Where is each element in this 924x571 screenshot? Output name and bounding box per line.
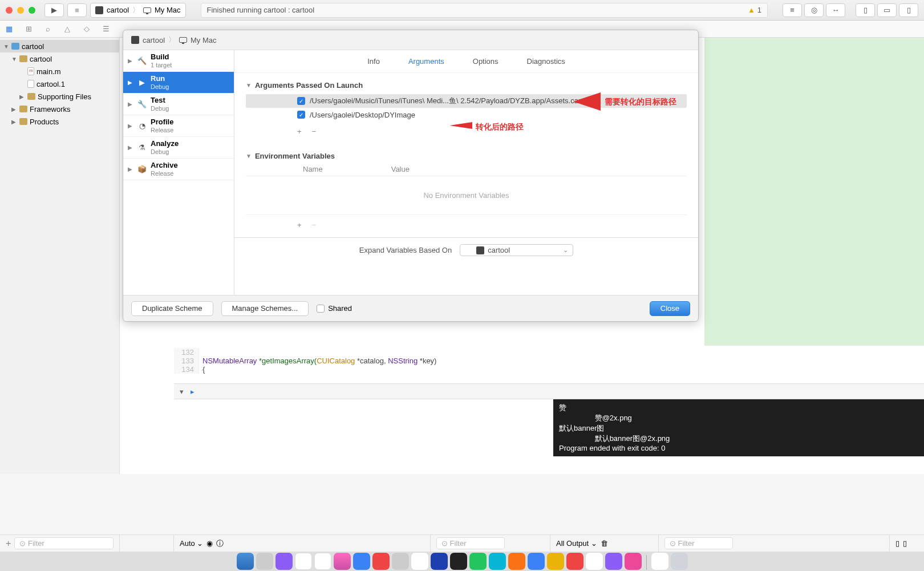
dock-chrome-icon[interactable] <box>295 553 312 570</box>
duplicate-scheme-button[interactable]: Duplicate Scheme <box>131 301 213 316</box>
panel-right-button[interactable]: ▯ <box>899 3 918 17</box>
dock-app-icon[interactable] <box>566 553 583 570</box>
argument-row-2[interactable]: ✓ /Users/gaolei/Desktop/DYImage <box>246 108 687 122</box>
scheme-action-archive[interactable]: ▶ 📦 ArchiveRelease <box>123 159 234 180</box>
add-button[interactable]: + <box>6 538 11 549</box>
argument-text[interactable]: /Users/gaolei/Desktop/DYImage <box>310 111 415 119</box>
disclosure-icon[interactable]: ▶ <box>128 144 132 151</box>
dock-app-icon[interactable] <box>528 553 545 570</box>
tab-diagnostics[interactable]: Diagnostics <box>527 57 565 66</box>
dock-app-icon[interactable] <box>275 553 293 570</box>
disclosure-icon[interactable]: ▼ <box>246 82 252 88</box>
scheme-action-build[interactable]: ▶ 🔨 Build1 target <box>123 50 234 72</box>
panel-bottom-button[interactable]: ▭ <box>877 3 897 17</box>
nav-group-cartool[interactable]: ▼ cartool <box>0 52 119 65</box>
run-button[interactable]: ▶ <box>44 3 64 17</box>
dock-terminal-icon[interactable] <box>450 553 467 570</box>
disclosure-icon[interactable]: ▼ <box>3 43 9 50</box>
nav-group-products[interactable]: ▶ Products <box>0 115 119 128</box>
dock-app-icon[interactable] <box>605 553 622 570</box>
close-window-button[interactable] <box>6 7 13 14</box>
dock-app-icon[interactable] <box>651 553 668 570</box>
disclosure-icon[interactable]: ▶ <box>128 123 132 129</box>
dock-app-icon[interactable] <box>256 553 273 570</box>
disclosure-icon[interactable]: ▶ <box>11 106 17 112</box>
dock-wechat-icon[interactable] <box>469 553 487 570</box>
scheme-action-analyze[interactable]: ▶ ⚗ AnalyzeDebug <box>123 137 234 159</box>
dock-app-icon[interactable] <box>586 553 603 570</box>
debug-navigator-icon[interactable]: ☰ <box>102 25 111 34</box>
test-navigator-icon[interactable]: ◇ <box>82 25 91 34</box>
remove-button[interactable]: − <box>312 127 317 136</box>
expand-target-popup[interactable]: cartool <box>460 244 573 256</box>
scheme-action-test[interactable]: ▶ 🔧 TestDebug <box>123 94 234 115</box>
stop-button[interactable]: ■ <box>67 3 87 17</box>
navigator-filter-input[interactable]: ⊙ Filter <box>14 537 114 549</box>
arguments-header[interactable]: ▼ Arguments Passed On Launch <box>246 81 687 90</box>
nav-group-supporting[interactable]: ▶ Supporting Files <box>0 90 119 103</box>
dock-app-icon[interactable] <box>489 553 506 570</box>
dock-app-icon[interactable] <box>508 553 525 570</box>
scheme-action-run[interactable]: ▶ ▶ RunDebug <box>123 72 234 94</box>
editor-assistant-button[interactable]: ◎ <box>804 3 824 17</box>
dock-app-icon[interactable] <box>392 553 409 570</box>
add-button[interactable]: + <box>297 127 302 136</box>
dock-finder-icon[interactable] <box>237 553 254 570</box>
scheme-selector[interactable]: cartool 〉 My Mac <box>90 3 186 18</box>
disclosure-icon[interactable]: ▶ <box>19 94 25 100</box>
dock-app-icon[interactable] <box>625 553 642 570</box>
disclosure-icon[interactable]: ▶ <box>128 79 132 86</box>
zoom-window-button[interactable] <box>29 7 35 14</box>
all-output-popup[interactable]: All Output ⌄ <box>556 539 597 548</box>
env-header[interactable]: ▼ Environment Variables <box>246 152 687 160</box>
sheet-breadcrumb[interactable]: cartool 〉 My Mac <box>131 35 217 45</box>
dock-trash-icon[interactable] <box>671 553 688 570</box>
trash-icon[interactable]: 🗑 <box>601 539 608 548</box>
manage-schemes-button[interactable]: Manage Schemes... <box>221 301 309 316</box>
panel-left-icon[interactable]: ▯ <box>895 539 899 548</box>
warning-indicator[interactable]: ▲ 1 <box>748 6 761 14</box>
argument-text[interactable]: /Users/gaolei/Music/iTunes/iTunes\ Medi.… <box>310 96 581 106</box>
variables-view[interactable] <box>174 399 553 456</box>
editor-standard-button[interactable]: ≡ <box>783 3 802 17</box>
nav-file-cartool1[interactable]: cartool.1 <box>0 78 119 90</box>
console-filter-input[interactable]: ⊙ Filter <box>664 537 733 549</box>
breakpoint-flag-icon[interactable]: ▸ <box>191 387 194 396</box>
console-output[interactable]: 赞 赞@2x.png 默认banner图 默认banner图@2x.png Pr… <box>553 399 924 456</box>
disclosure-icon[interactable]: ▶ <box>11 119 17 125</box>
nav-project-root[interactable]: ▼ cartool <box>0 40 119 52</box>
editor-version-button[interactable]: ↔ <box>826 3 845 17</box>
dock-xcode-icon[interactable] <box>431 553 448 570</box>
minimize-window-button[interactable] <box>17 7 24 14</box>
tab-info[interactable]: Info <box>367 57 380 66</box>
checkbox-icon[interactable] <box>317 305 325 313</box>
info-icon[interactable]: ⓘ <box>216 538 224 549</box>
dock-itunes-icon[interactable] <box>334 553 351 570</box>
issue-navigator-icon[interactable]: △ <box>63 25 72 34</box>
disclosure-icon[interactable]: ▶ <box>128 166 132 172</box>
dock-qq-icon[interactable] <box>411 553 428 570</box>
project-navigator-icon[interactable]: ▦ <box>5 25 14 34</box>
panel-left-button[interactable]: ▯ <box>856 3 875 17</box>
checkbox-checked-icon[interactable]: ✓ <box>297 97 305 105</box>
disclosure-icon[interactable]: ▶ <box>128 101 132 107</box>
quicklook-icon[interactable]: ◉ <box>206 539 213 548</box>
debug-view-toggle[interactable]: ▾ <box>180 387 184 396</box>
disclosure-icon[interactable]: ▼ <box>11 56 17 62</box>
shared-checkbox[interactable]: Shared <box>317 304 352 313</box>
code-editor-strip[interactable]: 132 133 NSMutableArray *getImagesArray(C… <box>174 348 924 382</box>
variables-filter-input[interactable]: ⊙ Filter <box>436 537 505 549</box>
tab-arguments[interactable]: Arguments <box>408 57 444 66</box>
add-button[interactable]: + <box>297 221 302 229</box>
nav-file-main[interactable]: main.m <box>0 65 119 78</box>
checkbox-checked-icon[interactable]: ✓ <box>297 111 305 119</box>
dock-appstore-icon[interactable] <box>353 553 370 570</box>
dock-app-icon[interactable] <box>372 553 390 570</box>
auto-popup[interactable]: Auto ⌄ <box>180 539 203 548</box>
dock-app-icon[interactable] <box>547 553 564 570</box>
tab-options[interactable]: Options <box>473 57 499 66</box>
disclosure-icon[interactable]: ▶ <box>128 58 132 64</box>
panel-right-icon[interactable]: ▯ <box>903 539 907 548</box>
symbol-navigator-icon[interactable]: ⊞ <box>24 25 33 34</box>
close-button[interactable]: Close <box>650 301 690 316</box>
